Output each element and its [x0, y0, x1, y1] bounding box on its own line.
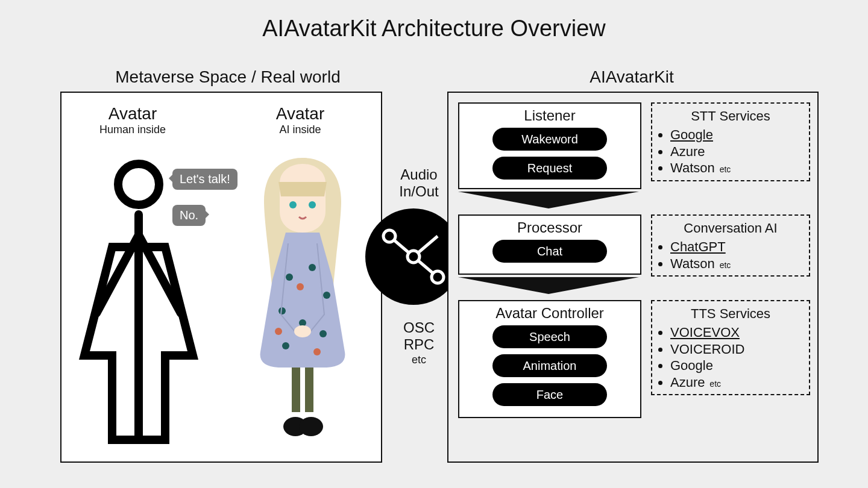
controller-pill-animation: Animation: [492, 354, 607, 377]
tts-services-box: TTS Services VOICEVOXVOICEROIDGoogleAzur…: [651, 300, 810, 395]
protocol-label: OSC RPC etc: [380, 319, 458, 366]
service-item: Watson etc: [670, 255, 809, 272]
protocol-etc: etc: [380, 354, 458, 366]
conv-ai-box: Conversation AI ChatGPTWatson etc: [651, 214, 810, 277]
controller-box: Avatar Controller Speech Animation Face: [458, 300, 641, 418]
protocol-l2: RPC: [404, 336, 435, 352]
service-item: Azure etc: [670, 374, 809, 391]
audio-io-l2: In/Out: [399, 183, 438, 199]
svg-point-0: [118, 164, 159, 205]
svg-point-3: [286, 274, 293, 281]
audio-io-l1: Audio: [400, 166, 437, 183]
service-item: Watson etc: [670, 160, 809, 177]
service-item: ChatGPT: [670, 239, 809, 255]
human-avatar-subtitle: Human inside: [72, 124, 193, 137]
processor-pill-chat: Chat: [492, 240, 607, 263]
controller-pill-face: Face: [492, 383, 607, 406]
arrow-processor-controller: [458, 277, 639, 295]
svg-point-15: [299, 417, 323, 436]
svg-point-5: [323, 292, 330, 299]
arrow-listener-processor: [458, 192, 639, 210]
stt-services-box: STT Services GoogleAzureWatson etc: [651, 102, 810, 181]
listener-pill-request: Request: [492, 157, 607, 180]
svg-point-16: [383, 230, 395, 242]
controller-pill-speech: Speech: [492, 325, 607, 348]
tts-list: VOICEVOXVOICEROIDGoogleAzure etc: [670, 324, 809, 390]
human-avatar-title: Avatar: [72, 105, 193, 124]
svg-point-17: [407, 251, 420, 263]
processor-box: Processor Chat: [458, 214, 641, 275]
human-avatar-header: Avatar Human inside: [72, 105, 193, 136]
service-item: VOICEVOX: [670, 324, 809, 341]
stt-list: GoogleAzureWatson etc: [670, 127, 809, 177]
ai-avatar-subtitle: AI inside: [240, 124, 360, 137]
svg-point-13: [294, 325, 311, 337]
svg-point-9: [282, 342, 289, 349]
svg-point-10: [297, 283, 304, 290]
service-item: Google: [670, 127, 809, 143]
svg-marker-20: [458, 277, 639, 294]
conv-title: Conversation AI: [652, 221, 809, 236]
svg-point-2: [309, 201, 316, 208]
metaverse-section-label: Metaverse Space / Real world: [77, 67, 379, 87]
stt-title: STT Services: [652, 108, 809, 124]
aiavatarkit-section-label: AIAvatarKit: [447, 67, 816, 87]
human-avatar-icon: [78, 157, 199, 446]
svg-marker-19: [458, 192, 639, 208]
listener-title: Listener: [459, 107, 640, 124]
audio-io-label: Audio In/Out: [380, 166, 458, 199]
svg-point-8: [319, 330, 327, 337]
conv-list: ChatGPTWatson etc: [670, 239, 809, 272]
svg-point-12: [313, 348, 321, 355]
processor-title: Processor: [459, 219, 640, 236]
controller-title: Avatar Controller: [459, 305, 640, 322]
service-item: Google: [670, 357, 809, 374]
svg-point-4: [309, 264, 316, 271]
svg-point-18: [432, 271, 444, 283]
service-item: Azure: [670, 143, 809, 160]
ai-avatar-title: Avatar: [240, 105, 360, 124]
page-title: AIAvatarKit Architecture Overview: [0, 16, 868, 42]
svg-point-11: [275, 328, 282, 335]
ai-avatar-header: Avatar AI inside: [240, 105, 360, 136]
listener-box: Listener Wakeword Request: [458, 102, 641, 189]
svg-point-1: [289, 201, 297, 208]
ai-avatar-figure: [242, 153, 363, 448]
protocol-l1: OSC: [403, 319, 435, 336]
tts-title: TTS Services: [652, 306, 809, 322]
service-item: VOICEROID: [670, 341, 809, 358]
listener-pill-wakeword: Wakeword: [492, 128, 607, 151]
